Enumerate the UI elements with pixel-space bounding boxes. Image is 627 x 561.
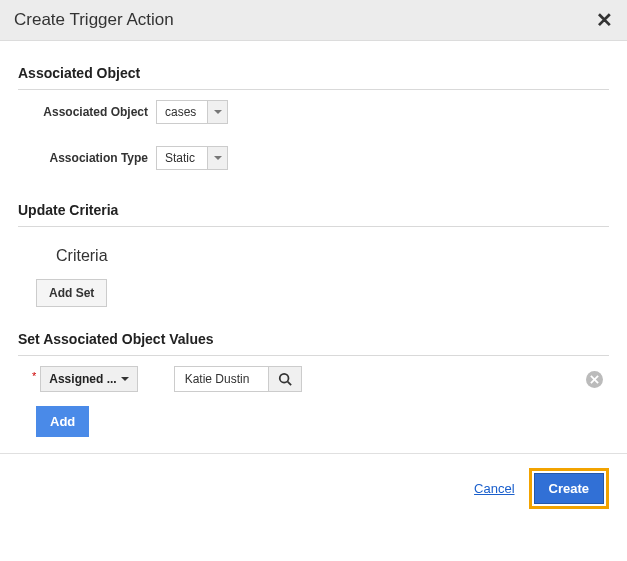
- divider: [18, 226, 609, 227]
- chevron-down-icon: [207, 101, 227, 123]
- dialog-body: Associated Object Associated Object case…: [0, 41, 627, 453]
- dialog-title: Create Trigger Action: [14, 10, 174, 30]
- value-assignment-row: * Assigned ...: [18, 366, 609, 392]
- svg-point-0: [279, 374, 288, 383]
- field-select-label: Assigned ...: [49, 372, 116, 386]
- associated-object-row: Associated Object cases: [18, 100, 609, 124]
- value-input[interactable]: [174, 366, 268, 392]
- dialog-footer: Cancel Create: [0, 454, 627, 523]
- create-button[interactable]: Create: [534, 473, 604, 504]
- criteria-heading: Criteria: [18, 237, 609, 279]
- association-type-label: Association Type: [36, 151, 156, 165]
- field-select[interactable]: Assigned ...: [40, 366, 137, 392]
- chevron-down-icon: [207, 147, 227, 169]
- create-highlight: Create: [529, 468, 609, 509]
- associated-object-select[interactable]: cases: [156, 100, 228, 124]
- add-set-button[interactable]: Add Set: [36, 279, 107, 307]
- add-button[interactable]: Add: [36, 406, 89, 437]
- search-icon: [278, 372, 292, 386]
- select-value: Static: [157, 147, 207, 169]
- section-associated-object: Associated Object: [18, 55, 609, 89]
- dialog-header: Create Trigger Action ✕: [0, 0, 627, 41]
- search-button[interactable]: [268, 366, 302, 392]
- required-indicator: *: [32, 370, 36, 382]
- section-update-criteria: Update Criteria: [18, 192, 609, 226]
- svg-line-1: [287, 382, 291, 386]
- section-set-values: Set Associated Object Values: [18, 321, 609, 355]
- divider: [18, 89, 609, 90]
- close-icon[interactable]: ✕: [596, 10, 613, 30]
- create-trigger-dialog: Create Trigger Action ✕ Associated Objec…: [0, 0, 627, 523]
- association-type-row: Association Type Static: [18, 146, 609, 170]
- close-icon: [590, 375, 599, 384]
- cancel-link[interactable]: Cancel: [474, 481, 514, 496]
- chevron-down-icon: [121, 377, 129, 381]
- associated-object-label: Associated Object: [36, 105, 156, 119]
- association-type-select[interactable]: Static: [156, 146, 228, 170]
- remove-row-button[interactable]: [586, 371, 603, 388]
- divider: [18, 355, 609, 356]
- select-value: cases: [157, 101, 207, 123]
